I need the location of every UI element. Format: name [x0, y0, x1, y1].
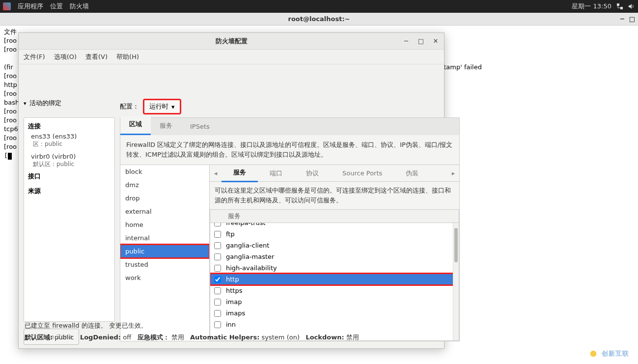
connection-item[interactable]: virbr0 (virbr0) — [31, 153, 111, 160]
subtab-ports[interactable]: 端口 — [258, 165, 294, 182]
menu-view[interactable]: 查看(V) — [85, 53, 108, 61]
dialog-menubar: 文件(F) 选项(O) 查看(V) 帮助(H) — [19, 50, 444, 64]
clock[interactable]: 星期一 13:50 — [572, 2, 611, 11]
bindings-box: 连接 ens33 (ens33) 区：public virbr0 (virbr0… — [24, 117, 115, 322]
scroll-right-icon[interactable]: ▸ — [447, 169, 459, 177]
maximize-icon[interactable]: □ — [629, 15, 635, 23]
interfaces-section: 接口 — [28, 172, 111, 181]
service-list-header: 服务 — [210, 209, 459, 223]
service-row-freeipa-trust[interactable]: freeipa-trust — [210, 223, 459, 228]
service-checkbox[interactable] — [214, 276, 221, 283]
subtab-services[interactable]: 服务 — [222, 164, 258, 182]
config-dropdown[interactable]: 运行时 ▾ — [143, 99, 181, 114]
config-label: 配置： — [120, 102, 139, 111]
minimize-icon[interactable]: ─ — [620, 15, 624, 23]
service-checkbox[interactable] — [214, 231, 221, 238]
minimize-icon[interactable]: ─ — [402, 37, 411, 45]
service-label: http — [226, 276, 239, 283]
service-row-https[interactable]: https — [210, 285, 459, 296]
zone-item-dmz[interactable]: dmz — [120, 178, 209, 192]
scrollbar[interactable] — [453, 223, 459, 340]
config-row: 配置： 运行时 ▾ — [120, 99, 181, 114]
zone-item-external[interactable]: external — [120, 205, 209, 218]
service-checkbox[interactable] — [214, 242, 221, 249]
subtab-masquerading[interactable]: 伪装 — [394, 165, 430, 182]
menu-places[interactable]: 位置 — [50, 2, 63, 11]
menu-help[interactable]: 帮助(H) — [116, 53, 139, 61]
maximize-icon[interactable]: □ — [416, 37, 425, 45]
service-checkbox[interactable] — [214, 299, 221, 306]
config-value: 运行时 — [149, 102, 168, 111]
chevron-down-icon: ▾ — [171, 103, 175, 111]
terminal-titlebar: root@localhost:~ ─ □ — [0, 13, 638, 26]
service-description: 可以在这里定义区域中哪些服务是可信的。可连接至绑定到这个区域的连接、接口和源的所… — [210, 182, 459, 209]
tab-zones[interactable]: 区域 — [120, 116, 151, 135]
service-label: https — [226, 287, 242, 294]
chevron-down-icon: ▾ — [24, 100, 27, 107]
service-label: ftp — [226, 230, 235, 238]
watermark: 创新互联 — [588, 348, 629, 359]
service-row-http[interactable]: http — [210, 274, 459, 285]
zone-item-home[interactable]: home — [120, 218, 209, 231]
menu-firewall[interactable]: 防火墙 — [70, 2, 89, 11]
service-checkbox[interactable] — [214, 223, 221, 226]
firewall-config-dialog: 防火墙配置 ─ □ ✕ 文件(F) 选项(O) 查看(V) 帮助(H) ▾ 活动… — [18, 32, 444, 349]
watermark-text: 创新互联 — [602, 349, 629, 358]
right-column: 区域 服务 IPSets FirewallD 区域定义了绑定的网络连接、接口以及… — [120, 117, 460, 341]
zone-item-work[interactable]: work — [120, 271, 209, 284]
service-checkbox[interactable] — [214, 287, 221, 294]
menu-options[interactable]: 选项(O) — [54, 53, 77, 61]
service-checkbox[interactable] — [214, 265, 221, 272]
connections-section: 连接 — [28, 122, 111, 131]
svg-rect-0 — [617, 3, 619, 6]
zone-item-internal[interactable]: internal — [120, 231, 209, 245]
left-column: 连接 ens33 (ens33) 区：public virbr0 (virbr0… — [24, 117, 115, 345]
close-icon[interactable]: ✕ — [431, 37, 440, 45]
service-row-ftp[interactable]: ftp — [210, 228, 459, 240]
sources-section: 来源 — [28, 187, 111, 196]
status-line-1: 已建立至 firewalld 的连接。 变更已生效。 — [25, 320, 438, 332]
zone-item-block[interactable]: block — [120, 165, 209, 178]
service-label: high-availability — [226, 264, 277, 272]
tab-services[interactable]: 服务 — [151, 117, 181, 135]
topbar-left: 应用程序 位置 防火墙 — [3, 2, 89, 11]
zone-item-drop[interactable]: drop — [120, 192, 209, 205]
activities-icon[interactable] — [3, 2, 11, 10]
service-row-ganglia-client[interactable]: ganglia-client — [210, 240, 459, 251]
status-line-2: 默认区域: public LogDenied: off 应急模式： 禁用 Aut… — [25, 332, 438, 343]
service-row-ganglia-master[interactable]: ganglia-master — [210, 251, 459, 262]
service-label: ganglia-client — [226, 242, 269, 249]
dialog-title: 防火墙配置 — [216, 37, 248, 46]
watermark-logo-icon — [588, 348, 599, 359]
menu-file[interactable]: 文件(F) — [24, 53, 45, 61]
subtab-protocols[interactable]: 协议 — [294, 165, 331, 182]
status-bar: 已建立至 firewalld 的连接。 变更已生效。 默认区域: public … — [19, 315, 444, 348]
dialog-titlebar: 防火墙配置 ─ □ ✕ — [19, 33, 444, 50]
service-label: ganglia-master — [226, 253, 274, 260]
topbar-right: 星期一 13:50 — [572, 2, 635, 11]
active-bindings-label: 活动的绑定 — [29, 99, 61, 108]
volume-icon[interactable] — [628, 3, 635, 10]
active-bindings-header[interactable]: ▾ 活动的绑定 — [24, 99, 61, 108]
service-label: imap — [226, 298, 242, 306]
menu-applications[interactable]: 应用程序 — [18, 2, 43, 11]
service-checkbox[interactable] — [214, 253, 221, 260]
subtab-source-ports[interactable]: Source Ports — [331, 166, 394, 181]
service-row-imap[interactable]: imap — [210, 296, 459, 308]
zone-description: FirewallD 区域定义了绑定的网络连接、接口以及源地址的可信程度。区域是服… — [120, 135, 460, 165]
terminal-window-buttons: ─ □ — [620, 15, 635, 23]
zone-item-trusted[interactable]: trusted — [120, 258, 209, 271]
tab-ipsets[interactable]: IPSets — [181, 119, 219, 135]
service-row-high-availability[interactable]: high-availability — [210, 262, 459, 274]
zone-item-public[interactable]: public — [120, 245, 209, 258]
network-icon[interactable] — [616, 3, 623, 10]
zone-subtabs: ◂ 服务 端口 协议 Source Ports 伪装 ▸ — [210, 165, 459, 182]
terminal-title: root@localhost:~ — [288, 15, 350, 23]
connection-item[interactable]: ens33 (ens33) — [31, 133, 111, 140]
svg-marker-4 — [629, 4, 632, 9]
gnome-topbar: 应用程序 位置 防火墙 星期一 13:50 — [0, 0, 638, 13]
connection-zone: 区：public — [33, 140, 111, 148]
service-label: freeipa-trust — [226, 223, 266, 226]
scrollbar-thumb[interactable] — [454, 228, 458, 262]
scroll-left-icon[interactable]: ◂ — [210, 169, 222, 177]
